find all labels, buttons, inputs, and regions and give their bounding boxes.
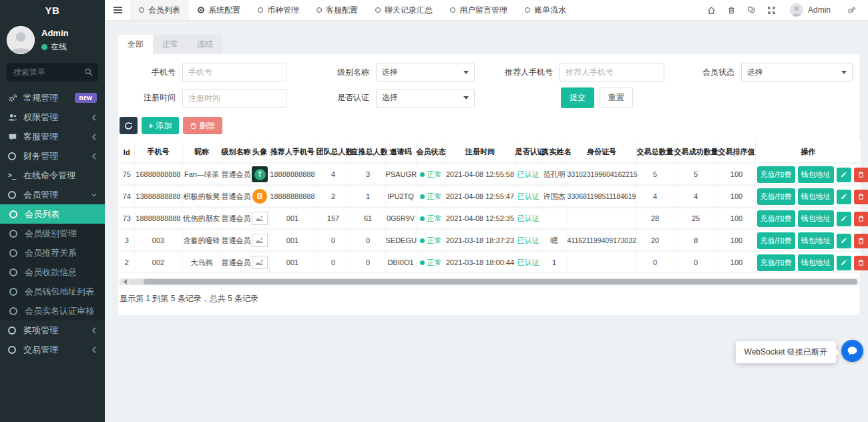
table-row[interactable]: 3003含蓄的哑铃普通会员00100SEDEGU正常2021-03-18 18:… — [120, 230, 861, 252]
home-icon[interactable] — [702, 6, 722, 15]
topnav-tab-label: 聊天记录汇总 — [385, 5, 433, 16]
status-tab[interactable]: 正常 — [153, 35, 188, 54]
sidebar-item-3[interactable]: 财务管理 — [0, 146, 105, 166]
table-row[interactable]: 7413888888888积极的板凳普通会员B1888888888821IPU2… — [120, 186, 861, 208]
websocket-toast: WebSocket 链接已断开 — [736, 341, 836, 363]
delete-row-button[interactable] — [854, 168, 868, 182]
table-row[interactable]: 7318888888888忧伤的朋友普通会员001157610G6R9V正常20… — [120, 208, 861, 230]
table-row[interactable]: 2002大乌鸦普通会员00100DBI0O1正常2021-03-18 18:00… — [120, 252, 861, 273]
sidebar-subitem[interactable]: 会员钱包地址列表 — [0, 282, 105, 301]
member-status-filter-select[interactable]: 选择 — [741, 63, 853, 81]
edit-row-button[interactable] — [837, 190, 851, 204]
delete-button[interactable]: 删除 — [183, 117, 222, 134]
submit-button[interactable]: 提交 — [561, 87, 594, 108]
scrollbar-thumb[interactable] — [144, 279, 857, 284]
search-icon[interactable] — [84, 67, 93, 77]
delete-row-button[interactable] — [854, 234, 868, 248]
cell-level: 普通会员 — [221, 230, 250, 252]
cell-trade-sort: 100 — [718, 252, 755, 273]
plus-icon: + — [148, 121, 154, 131]
wallet-address-button[interactable]: 钱包地址 — [798, 166, 834, 183]
phone-filter-label: 手机号 — [120, 67, 182, 78]
recharge-button[interactable]: 充值/扣费 — [757, 254, 795, 271]
topnav-tab[interactable]: 聊天记录汇总 — [367, 0, 441, 20]
topnav-avatar[interactable] — [790, 3, 803, 17]
recharge-button[interactable]: 充值/扣费 — [757, 188, 795, 205]
gears-icon[interactable] — [841, 6, 861, 15]
reg-time-filter-input[interactable] — [182, 89, 286, 108]
scrollbar-track[interactable] — [130, 278, 858, 285]
phone-filter-input[interactable] — [182, 63, 286, 81]
delete-row-button[interactable] — [854, 190, 868, 204]
referrer-phone-filter-input[interactable] — [560, 63, 664, 81]
wallet-address-button[interactable]: 钱包地址 — [798, 232, 834, 249]
cell-id: 3 — [120, 230, 134, 252]
add-button[interactable]: + 添加 — [142, 117, 179, 134]
topnav-tab[interactable]: 用户留言管理 — [441, 0, 516, 20]
wallet-address-button[interactable]: 钱包地址 — [798, 210, 834, 227]
sidebar-subitem[interactable]: 会员列表 — [0, 204, 105, 224]
delete-row-button[interactable] — [854, 212, 868, 226]
cell-id: 75 — [120, 164, 134, 186]
edit-row-button[interactable] — [837, 212, 851, 226]
column-header: 是否认证 — [515, 141, 541, 164]
cell-trade-success: 25 — [674, 208, 718, 230]
edit-row-button[interactable] — [837, 234, 851, 248]
trash-icon — [857, 215, 865, 222]
column-header: 邀请码 — [385, 141, 416, 164]
sidebar-subitem[interactable]: 会员推荐关系 — [0, 243, 105, 262]
recharge-button[interactable]: 充值/扣费 — [757, 166, 795, 183]
sidebar-item-6[interactable]: 奖项管理 — [0, 321, 105, 340]
sidebar-item-0[interactable]: 常规管理new — [0, 88, 105, 108]
topnav-tab[interactable]: 客服配置 — [308, 0, 367, 20]
topnav-tab[interactable]: 币种管理 — [249, 0, 308, 20]
delete-row-button[interactable] — [854, 256, 868, 270]
sidebar-item-7[interactable]: 交易管理 — [0, 340, 105, 359]
sidebar-item-5[interactable]: 会员管理 — [0, 185, 105, 204]
sidebar-item-2[interactable]: 客服管理 — [0, 127, 105, 146]
sidebar-item-label: 在线命令管理 — [23, 170, 97, 182]
topnav-tab[interactable]: 账单流水 — [516, 0, 575, 20]
status-tab[interactable]: 冻结 — [188, 35, 222, 54]
cell-real-name — [541, 208, 567, 230]
trash-icon[interactable] — [722, 6, 742, 15]
broken-image-icon — [252, 234, 268, 247]
sidebar-item-4[interactable]: >_在线命令管理 — [0, 166, 105, 185]
sidebar-subitem[interactable]: 会员收款信息 — [0, 262, 105, 282]
scroll-left-button[interactable] — [120, 278, 130, 285]
trash-icon — [190, 122, 197, 130]
column-header: 注册时间 — [445, 141, 515, 164]
topnav-tab-label: 会员列表 — [148, 5, 180, 16]
status-dot-icon — [420, 194, 425, 199]
hamburger-icon[interactable] — [105, 0, 130, 20]
chat-fab-button[interactable] — [841, 340, 863, 362]
status-tab[interactable]: 全部 — [118, 35, 153, 54]
level-filter-select[interactable]: 选择 — [376, 63, 475, 81]
reset-button[interactable]: 重置 — [600, 87, 633, 108]
sidebar-item-1[interactable]: 权限管理 — [0, 108, 105, 127]
verified-label: 已认证 — [517, 170, 539, 178]
members-table: Id手机号昵称级别名称头像推荐人手机号团队总人数直推总人数邀请码会员状态注册时间… — [120, 141, 861, 273]
cell-invite-code: SEDEGU — [385, 230, 416, 252]
table-row[interactable]: 7516888888888Fan—绿茶普通会员T1888888888843PSA… — [120, 164, 861, 186]
edit-row-button[interactable] — [837, 168, 851, 182]
edit-row-button[interactable] — [837, 256, 851, 270]
wallet-address-button[interactable]: 钱包地址 — [798, 254, 834, 271]
topnav-tab-label: 账单流水 — [534, 5, 566, 16]
verified-filter-select[interactable]: 选择 — [376, 89, 475, 108]
radio-icon — [316, 7, 322, 13]
refresh-button[interactable] — [120, 117, 138, 134]
topnav-tab[interactable]: 会员列表 — [130, 0, 189, 20]
fullscreen-icon[interactable] — [762, 6, 782, 15]
clear-cache-icon[interactable] — [742, 6, 762, 15]
sidebar-subitem[interactable]: 会员级别管理 — [0, 224, 105, 243]
cell-direct-total: 3 — [351, 164, 385, 186]
topnav-tab[interactable]: 系统配置 — [189, 0, 249, 20]
recharge-button[interactable]: 充值/扣费 — [757, 232, 795, 249]
topnav-username[interactable]: Admin — [808, 5, 831, 15]
sidebar-subitem[interactable]: 会员实名认证审核 — [0, 301, 105, 321]
wallet-address-button[interactable]: 钱包地址 — [798, 188, 834, 205]
verified-label: 已认证 — [517, 214, 539, 222]
cell-phone: 13888888888 — [134, 186, 182, 208]
recharge-button[interactable]: 充值/扣费 — [757, 210, 795, 227]
